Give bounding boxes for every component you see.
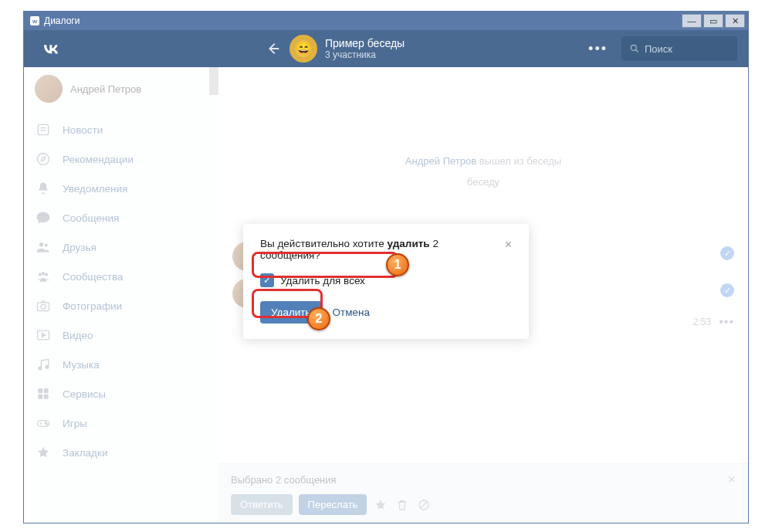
cancel-link[interactable]: Отмена [333,307,370,318]
window-title: Диалоги [44,15,80,26]
window-close-button[interactable]: ✕ [725,14,745,28]
more-menu-icon[interactable]: ••• [588,41,608,57]
annotation-badge: 1 [386,253,409,276]
chat-subtitle: 3 участника [325,49,405,60]
search-input[interactable]: Поиск [621,36,737,61]
dialog-close-icon[interactable]: × [496,238,512,252]
app-mini-icon: w [30,16,39,25]
vk-logo-icon[interactable] [39,37,63,60]
window-titlebar: w Диалоги — ▭ ✕ [24,12,748,30]
search-placeholder: Поиск [645,43,672,55]
svg-point-0 [631,45,636,50]
window-minimize-button[interactable]: — [682,14,702,28]
delete-confirm-dialog: Вы действительно хотите удалить 2 сообще… [243,224,529,339]
chat-avatar[interactable]: 😄 [290,35,317,63]
annotation-highlight [252,252,398,278]
window-maximize-button[interactable]: ▭ [703,14,723,28]
chat-title[interactable]: Пример беседы [325,37,405,49]
back-arrow-icon[interactable] [263,39,282,58]
annotation-badge: 2 [307,307,330,330]
app-header: 😄 Пример беседы 3 участника ••• Поиск [24,30,748,67]
